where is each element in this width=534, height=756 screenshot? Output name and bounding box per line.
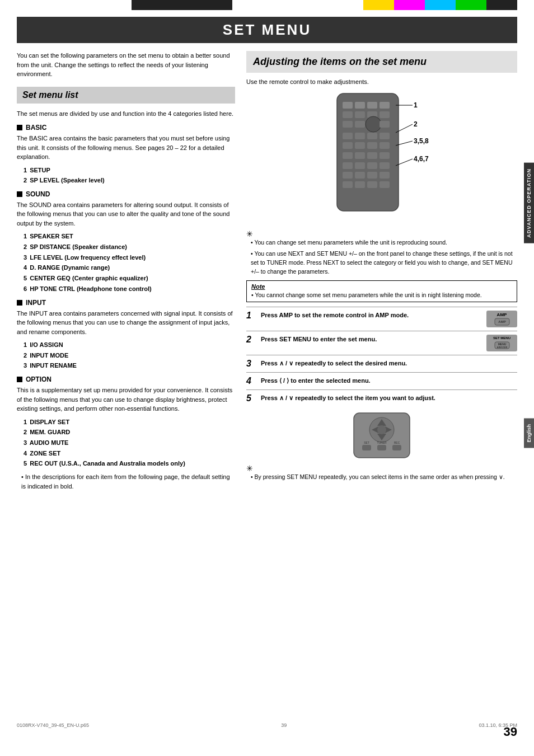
section-square-icon xyxy=(17,125,22,130)
svg-rect-32 xyxy=(380,172,390,179)
list-item: 5 REC OUT (U.S.A., Canada and Australia … xyxy=(24,458,235,469)
svg-rect-15 xyxy=(367,133,377,139)
svg-rect-8 xyxy=(380,111,390,118)
svg-rect-34 xyxy=(355,181,365,188)
svg-rect-58 xyxy=(377,445,386,450)
svg-rect-13 xyxy=(343,133,353,139)
svg-rect-6 xyxy=(355,111,365,118)
svg-rect-25 xyxy=(343,162,353,169)
top-color-bar xyxy=(0,0,534,10)
step-content-5: Press ∧ / ∨ repeatedly to select the ite… xyxy=(261,393,517,403)
svg-rect-12 xyxy=(380,121,390,128)
svg-rect-1 xyxy=(343,102,353,109)
step-5: 5 Press ∧ / ∨ repeatedly to select the i… xyxy=(246,389,517,407)
setmenu-button-image: SET MENU MENU A/B/C/D/E xyxy=(486,335,517,351)
svg-rect-5 xyxy=(343,111,353,118)
step-content-3: Press ∧ / ∨ repeatedly to select the des… xyxy=(261,359,517,368)
adjusting-title: Adjusting the items on the set menu xyxy=(253,55,510,68)
step-number-3: 3 xyxy=(246,359,256,369)
svg-rect-28 xyxy=(380,162,390,169)
step-content-1: Press AMP to set the remote control in A… xyxy=(261,311,482,320)
section-input-label: INPUT xyxy=(26,299,46,307)
section-square-icon xyxy=(17,300,22,306)
right-column: Adjusting the items on the set menu Use … xyxy=(246,51,517,493)
svg-rect-19 xyxy=(367,142,377,149)
footer-left: 0108RX-V740_39-45_EN-U.p65 xyxy=(17,722,89,728)
section-option-header: OPTION xyxy=(17,375,235,383)
step-number-4: 4 xyxy=(246,376,256,386)
section-square-icon xyxy=(17,191,22,197)
svg-rect-36 xyxy=(380,181,390,188)
step-content-2: Press SET MENU to enter the set menu. xyxy=(261,335,482,344)
tips-section-1: ✳ You can change set menu parameters whi… xyxy=(246,229,517,276)
svg-text:4,6,7: 4,6,7 xyxy=(414,155,429,163)
step-3: 3 Press ∧ / ∨ repeatedly to select the d… xyxy=(246,355,517,372)
note-title: Note xyxy=(251,283,512,290)
svg-rect-18 xyxy=(355,142,365,149)
svg-rect-30 xyxy=(355,172,365,179)
list-item: 2 SP LEVEL (Speaker level) xyxy=(24,175,235,186)
svg-rect-2 xyxy=(355,102,365,109)
svg-text:TUNER: TUNER xyxy=(377,441,387,444)
list-item: 3 INPUT RENAME xyxy=(24,360,235,371)
list-item: 5 CENTER GEQ (Center graphic equalizer) xyxy=(24,273,235,284)
note-box: Note You cannot change some set menu par… xyxy=(246,280,517,302)
svg-rect-21 xyxy=(343,152,353,159)
step-1: 1 Press AMP to set the remote control in… xyxy=(246,307,517,331)
svg-rect-10 xyxy=(355,121,365,128)
section-input-header: INPUT xyxy=(17,299,235,307)
list-item: 1 I/O ASSIGN xyxy=(24,340,235,350)
svg-text:3,5,8: 3,5,8 xyxy=(414,137,429,145)
step-number-2: 2 xyxy=(246,335,256,345)
page-content: SET MENU You can set the following param… xyxy=(17,17,517,739)
svg-rect-35 xyxy=(367,181,377,188)
basic-menu-list: 1 SETUP 2 SP LEVEL (Speaker level) xyxy=(24,165,235,186)
option-menu-list: 1 DISPLAY SET 2 MEM. GUARD 3 AUDIO MUTE … xyxy=(24,417,235,469)
remote-diagram: 1 2 3,5,8 4,6,7 xyxy=(320,91,443,225)
svg-text:SET: SET xyxy=(364,441,369,444)
adjusting-title-box: Adjusting the items on the set menu xyxy=(246,51,517,73)
note-text: You cannot change some set menu paramete… xyxy=(251,291,512,299)
section-basic-desc: The BASIC area contains the basic parame… xyxy=(17,134,235,162)
bottom-remote-svg: SET TUNER REC xyxy=(348,410,415,461)
section-square-icon xyxy=(17,377,22,382)
section-sound-label: SOUND xyxy=(26,190,50,198)
advanced-operation-tab: ADVANCED OPERATION xyxy=(524,163,534,243)
list-item: 2 MEM. GUARD xyxy=(24,427,235,438)
step-4: 4 Press ⟨ / ⟩ to enter the selected menu… xyxy=(246,372,517,389)
svg-text:REC: REC xyxy=(394,441,400,444)
section-sound-header: SOUND xyxy=(17,190,235,198)
section-basic-label: BASIC xyxy=(26,124,46,132)
svg-point-56 xyxy=(377,425,386,434)
svg-rect-20 xyxy=(380,142,390,149)
sound-menu-list: 1 SPEAKER SET 2 SP DISTANCE (Speaker dis… xyxy=(24,231,235,294)
bottom-tips-bullets: By pressing SET MENU repeatedly, you can… xyxy=(251,473,517,482)
svg-rect-29 xyxy=(343,172,353,179)
svg-rect-22 xyxy=(355,152,365,159)
svg-rect-31 xyxy=(367,172,377,179)
english-tab: English xyxy=(524,419,534,448)
intro-text: You can set the following parameters on … xyxy=(17,51,235,79)
use-remote-text: Use the remote control to make adjustmen… xyxy=(246,78,517,85)
tips-icon: ✳ xyxy=(246,229,253,238)
section-option-desc: This is a supplementary set up menu prov… xyxy=(17,386,235,414)
svg-rect-24 xyxy=(380,152,390,159)
page-number: 39 xyxy=(504,725,517,739)
svg-rect-3 xyxy=(367,102,377,109)
svg-rect-9 xyxy=(343,121,353,128)
list-item: 2 INPUT MODE xyxy=(24,350,235,361)
list-item: 2 SP DISTANCE (Speaker distance) xyxy=(24,242,235,252)
left-column: You can set the following parameters on … xyxy=(17,51,235,493)
svg-rect-16 xyxy=(380,133,390,139)
steps-container: 1 Press AMP to set the remote control in… xyxy=(246,307,517,407)
section-basic-header: BASIC xyxy=(17,124,235,132)
list-item: 1 SETUP xyxy=(24,165,235,176)
svg-rect-4 xyxy=(380,102,390,109)
page-title: SET MENU xyxy=(17,17,517,43)
svg-rect-33 xyxy=(343,181,353,188)
svg-rect-14 xyxy=(355,133,365,139)
tips-bullets: You can change set menu parameters while… xyxy=(251,238,517,276)
list-item: 6 HP TONE CTRL (Headphone tone control) xyxy=(24,284,235,294)
step-number-5: 5 xyxy=(246,393,256,403)
footer: 0108RX-V740_39-45_EN-U.p65 39 03.1.10, 6… xyxy=(17,722,517,728)
